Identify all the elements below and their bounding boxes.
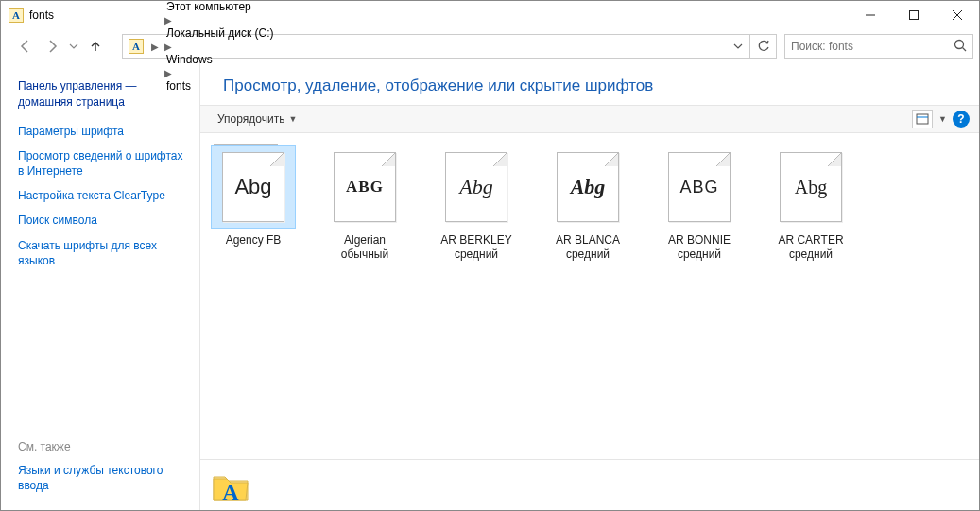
nav-back-button[interactable] — [14, 35, 37, 58]
details-pane: A — [200, 459, 979, 511]
font-label: Algerian обычный — [321, 233, 408, 262]
svg-text:A: A — [222, 480, 239, 504]
organize-label: Упорядочить — [217, 112, 284, 126]
breadcrumb-icon: A — [129, 39, 144, 54]
see-also-link[interactable]: Языки и службы текстового ввода — [18, 463, 186, 493]
breadcrumb-item[interactable]: Windows — [163, 53, 278, 66]
font-preview: Abg — [769, 146, 852, 228]
sidebar-link[interactable]: Настройка текста ClearType — [18, 188, 186, 203]
font-label: Agency FB — [226, 233, 282, 247]
breadcrumb-item[interactable]: fonts — [163, 79, 278, 93]
font-preview: Abg — [212, 146, 295, 228]
svg-rect-1 — [910, 11, 919, 20]
font-item[interactable]: AbgAR BERKLEY средний — [433, 146, 520, 262]
toolbar: Упорядочить ▼ ▼ ? — [200, 105, 979, 133]
sidebar-link[interactable]: Поиск символа — [18, 213, 186, 228]
sidebar-link[interactable]: Параметры шрифта — [18, 124, 186, 139]
window-title: fonts — [29, 9, 54, 22]
font-preview-text: Abg — [234, 175, 271, 199]
font-preview: ABG — [658, 146, 741, 228]
sidebar: Панель управления — домашняя страница Па… — [1, 63, 199, 511]
titlebar: A fonts — [1, 1, 979, 29]
font-preview: Abg — [546, 146, 629, 228]
page-title: Просмотр, удаление, отображение или скры… — [200, 63, 979, 105]
search-icon[interactable] — [954, 39, 967, 55]
sidebar-link[interactable]: Скачать шрифты для всех языков — [18, 238, 186, 268]
font-preview: ABG — [323, 146, 406, 228]
breadcrumb[interactable]: A ▶ Этот компьютер▶Локальный диск (C:)▶W… — [122, 34, 750, 59]
font-item[interactable]: ABGAR BONNIE средний — [656, 146, 743, 262]
chevron-right-icon[interactable]: ▶ — [163, 68, 174, 78]
close-button[interactable] — [936, 1, 979, 29]
font-item[interactable]: AbgAgency FB — [210, 146, 297, 262]
chevron-down-icon[interactable]: ▼ — [938, 114, 947, 124]
font-label: AR CARTER средний — [767, 233, 854, 262]
organize-button[interactable]: Упорядочить ▼ — [210, 110, 304, 128]
sidebar-heading[interactable]: Панель управления — домашняя страница — [18, 78, 186, 111]
svg-line-5 — [963, 47, 967, 51]
address-bar: A ▶ Этот компьютер▶Локальный диск (C:)▶W… — [1, 29, 979, 63]
font-item[interactable]: AbgAR BLANCA средний — [544, 146, 631, 262]
sidebar-link[interactable]: Просмотр сведений о шрифтах в Интернете — [18, 148, 186, 179]
breadcrumb-dropdown[interactable] — [729, 42, 748, 51]
svg-point-4 — [955, 40, 964, 48]
refresh-button[interactable] — [750, 34, 777, 59]
font-preview-text: Abg — [795, 177, 827, 198]
view-options-button[interactable] — [912, 110, 933, 128]
nav-history-dropdown[interactable] — [67, 35, 80, 58]
help-button[interactable]: ? — [953, 111, 970, 128]
svg-rect-6 — [917, 114, 928, 124]
font-preview-text: ABG — [679, 178, 718, 197]
font-preview-text: Abg — [459, 175, 492, 199]
content-area: Просмотр, удаление, отображение или скры… — [199, 63, 979, 511]
font-label: AR BERKLEY средний — [433, 233, 520, 262]
font-preview-text: ABG — [346, 178, 384, 196]
window-icon: A — [9, 8, 24, 23]
font-preview-text: Abg — [571, 175, 606, 199]
folder-icon: A — [210, 466, 251, 507]
font-item[interactable]: ABGAlgerian обычный — [321, 146, 408, 262]
chevron-right-icon[interactable]: ▶ — [163, 15, 174, 26]
chevron-right-icon[interactable]: ▶ — [149, 42, 161, 52]
chevron-down-icon: ▼ — [288, 114, 297, 124]
font-item[interactable]: AbgAR CARTER средний — [767, 146, 854, 262]
minimize-button[interactable] — [849, 1, 892, 29]
font-label: AR BONNIE средний — [656, 233, 743, 262]
nav-forward-button[interactable] — [41, 35, 63, 58]
maximize-button[interactable] — [892, 1, 936, 29]
nav-up-button[interactable] — [84, 35, 107, 58]
search-box[interactable] — [784, 34, 973, 59]
search-input[interactable] — [791, 40, 948, 53]
font-preview: Abg — [435, 146, 518, 228]
breadcrumb-item[interactable]: Этот компьютер — [163, 0, 278, 13]
chevron-right-icon[interactable]: ▶ — [163, 42, 174, 52]
font-label: AR BLANCA средний — [544, 233, 631, 262]
font-grid: AbgAgency FBABGAlgerian обычныйAbgAR BER… — [200, 133, 979, 275]
see-also-label: См. также — [18, 440, 186, 453]
breadcrumb-item[interactable]: Локальный диск (C:) — [163, 26, 278, 40]
